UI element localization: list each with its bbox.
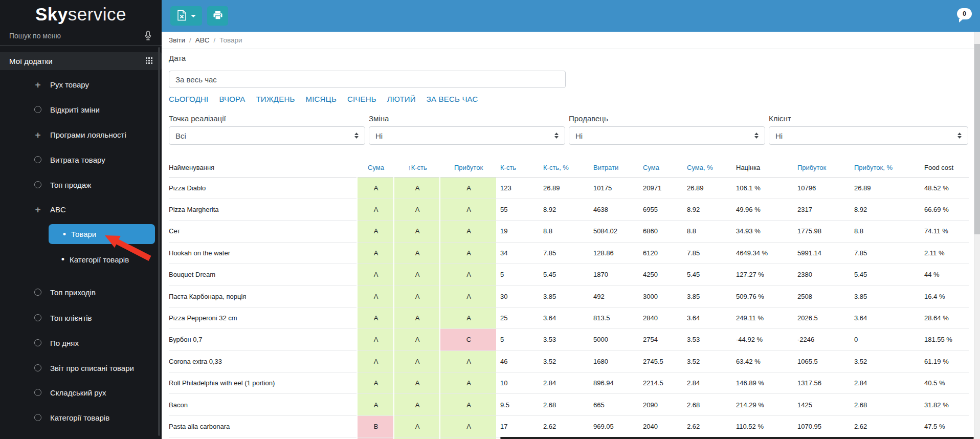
- quick-range-4[interactable]: СІЧЕНЬ: [347, 95, 376, 103]
- excel-file-icon: [177, 10, 187, 23]
- value-cell: A: [440, 307, 496, 328]
- value-cell: 5: [496, 329, 539, 350]
- table-row[interactable]: Паста Карбонара, порціяAAA303.8549230003…: [169, 286, 969, 307]
- table-row[interactable]: Pizza DiabloAAA12326.89101752097126.8910…: [169, 177, 969, 199]
- value-cell: 1870: [589, 264, 639, 286]
- value-cell: 214.29 %: [732, 394, 793, 415]
- badge-count: 0: [963, 10, 966, 17]
- table-row[interactable]: Бурбон 0,7AAC53.53500027543.53-44.92 %-2…: [169, 329, 969, 350]
- col-header-11[interactable]: Прибуток, %: [850, 158, 920, 177]
- sidebar-item-8[interactable]: Топ приходів: [0, 280, 162, 304]
- sidebar-item-label: Складський рух: [50, 388, 106, 397]
- value-cell: 55: [496, 199, 539, 220]
- date-range-input[interactable]: [169, 71, 566, 88]
- col-header-3[interactable]: Прибуток: [440, 158, 496, 177]
- bullet-icon: •: [59, 255, 66, 264]
- value-cell: 3.85: [539, 286, 589, 307]
- value-cell: 7.85: [850, 242, 920, 264]
- filter-select-3[interactable]: Ні: [769, 126, 968, 145]
- col-header-1[interactable]: Сума: [357, 158, 394, 177]
- table-row[interactable]: Hookah on the waterAAA347.85128.8661207.…: [169, 242, 969, 264]
- col-header-9[interactable]: Націнка: [732, 158, 793, 177]
- sidebar-item-9[interactable]: Топ клієнтів: [0, 305, 162, 330]
- sidebar-item-4[interactable]: Топ продаж: [0, 172, 162, 197]
- value-cell: A: [394, 372, 440, 394]
- value-cell: A: [357, 350, 394, 372]
- filter-select-2[interactable]: Ні: [569, 126, 765, 145]
- vertical-scrollbar-thumb[interactable]: [974, 44, 980, 234]
- col-header-2[interactable]: ↑К-сть: [394, 158, 440, 177]
- col-header-5[interactable]: К-сть, %: [539, 158, 589, 177]
- product-name-cell: Roll Philadelphia with eel (1 portion): [169, 372, 357, 394]
- table-row[interactable]: СетAAA198.85084.0268608.834.93 %1775.988…: [169, 221, 969, 242]
- table-row[interactable]: Pizza Pepperoni 32 cmAAA253.64813.528403…: [169, 307, 969, 328]
- table-row[interactable]: Pasta alla carbonaraBAA172.62969.0520402…: [169, 415, 969, 437]
- table-row[interactable]: BaconAAA9.52.6866520902.68214.29 %14252.…: [169, 394, 969, 415]
- export-excel-button[interactable]: [170, 6, 202, 26]
- quick-range-2[interactable]: ТИЖДЕНЬ: [256, 95, 295, 103]
- sidebar-item-5[interactable]: +ABC: [0, 197, 162, 222]
- value-cell: 63.42 %: [732, 350, 793, 372]
- col-header-6[interactable]: Витрати: [589, 158, 639, 177]
- top-bar: 0: [162, 0, 980, 32]
- filter-select-0[interactable]: Всі: [169, 126, 365, 145]
- col-header-10[interactable]: Прибуток: [793, 158, 850, 177]
- value-cell: 4649.34 %: [732, 242, 793, 264]
- horizontal-scrollbar-thumb[interactable]: [500, 437, 974, 439]
- breadcrumb-item-1[interactable]: ABC: [195, 36, 210, 44]
- sidebar-item-label: Топ приходів: [50, 288, 96, 297]
- sidebar-item-1[interactable]: Відкриті зміни: [0, 97, 162, 122]
- filter-select-1[interactable]: Ні: [369, 126, 565, 145]
- value-cell: A: [394, 307, 440, 328]
- sidebar-item-2[interactable]: +Програми лояльності: [0, 122, 162, 147]
- sidebar-item-12[interactable]: Складський рух: [0, 380, 162, 405]
- sidebar: Skyservice Пошук по меню Мої додатки +Ру…: [0, 0, 162, 439]
- quick-range-5[interactable]: ЛЮТИЙ: [387, 95, 416, 103]
- value-cell: A: [394, 286, 440, 307]
- col-header-8[interactable]: Сума, %: [683, 158, 732, 177]
- value-cell: 969.05: [589, 415, 639, 437]
- value-cell: 1317.56: [793, 372, 850, 394]
- table-row[interactable]: Bouquet DreamAAA55.45187042505.45127.27 …: [169, 264, 969, 286]
- col-header-4[interactable]: К-сть: [496, 158, 539, 177]
- quick-range-3[interactable]: МІСЯЦЬ: [305, 95, 336, 103]
- printer-icon: [213, 11, 223, 21]
- select-arrows-icon: [957, 133, 962, 139]
- value-cell: 110.52 %: [732, 415, 793, 437]
- sidebar-item-6[interactable]: •Товари: [49, 224, 155, 244]
- value-cell: 665: [589, 394, 639, 415]
- value-cell: 8.8: [539, 221, 589, 242]
- sidebar-item-11[interactable]: Звіт про списані товари: [0, 356, 162, 380]
- sidebar-item-13[interactable]: Категорії товарів: [0, 405, 162, 430]
- product-name-cell: Pizza Pepperoni 32 cm: [169, 307, 357, 328]
- col-header-7[interactable]: Сума: [639, 158, 683, 177]
- quick-range-0[interactable]: СЬОГОДНІ: [169, 95, 208, 103]
- table-row[interactable]: Corona extra 0,33AAA463.5216802745.53.52…: [169, 350, 969, 372]
- notifications-badge[interactable]: 0: [957, 8, 972, 19]
- value-cell: 74.11 %: [920, 221, 969, 242]
- value-cell: 3.53: [539, 329, 589, 350]
- table-row[interactable]: Roll Philadelphia with eel (1 portion)AA…: [169, 372, 969, 394]
- sidebar-item-10[interactable]: По днях: [0, 331, 162, 355]
- col-header-0[interactable]: Найменування: [169, 158, 357, 177]
- sidebar-item-3[interactable]: Витрата товару: [0, 147, 162, 172]
- sidebar-item-label: Топ продаж: [50, 181, 91, 189]
- quick-range-6[interactable]: ЗА ВЕСЬ ЧАС: [427, 95, 478, 103]
- value-cell: 813.5: [589, 307, 639, 328]
- value-cell: 492: [589, 286, 639, 307]
- value-cell: 1680: [589, 350, 639, 372]
- value-cell: 31.82 %: [920, 394, 969, 415]
- sidebar-item-7[interactable]: •Категорії товарів: [0, 247, 162, 272]
- value-cell: 10796: [793, 177, 850, 199]
- sidebar-item-label: Категорії товарів: [70, 255, 129, 264]
- sidebar-item-0[interactable]: +Рух товару: [0, 72, 162, 97]
- table-row[interactable]: Pizza MargheritaAAA558.92463869558.9249.…: [169, 199, 969, 220]
- product-name-cell: Паста Карбонара, порція: [169, 286, 357, 307]
- value-cell: 5991.14: [793, 242, 850, 264]
- sidebar-scrollbar[interactable]: [158, 47, 160, 436]
- print-button[interactable]: [207, 6, 228, 26]
- breadcrumb-item-0[interactable]: Звіти: [169, 36, 185, 44]
- col-header-12[interactable]: Food cost: [920, 158, 969, 177]
- quick-range-1[interactable]: ВЧОРА: [219, 95, 245, 103]
- circle-icon: [33, 414, 43, 421]
